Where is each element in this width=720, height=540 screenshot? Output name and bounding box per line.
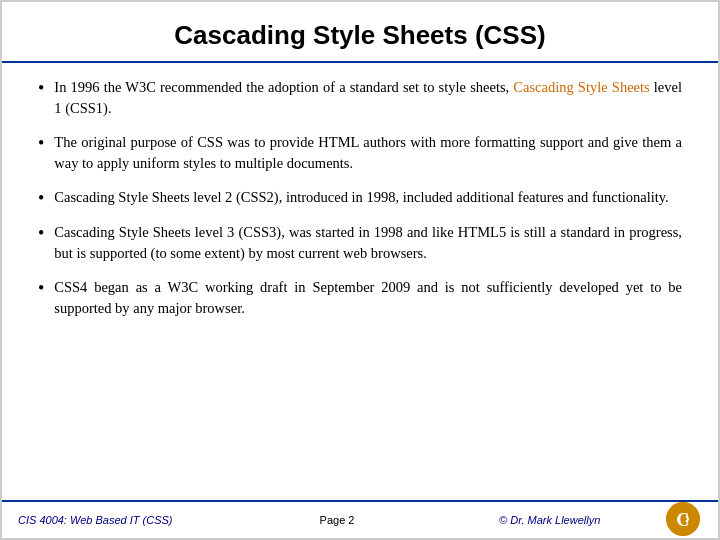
highlight-text: Cascading Style Sheets (513, 79, 649, 95)
footer-left-text: CIS 4004: Web Based IT (CSS) (18, 514, 231, 526)
bullet-text-2: The original purpose of CSS was to provi… (54, 132, 682, 174)
footer-logo: C (666, 502, 702, 538)
list-item: • CSS4 began as a W3C working draft in S… (38, 277, 682, 319)
bullet-text-3: Cascading Style Sheets level 2 (CSS2), i… (54, 187, 668, 208)
bullet-icon: • (38, 133, 44, 154)
bullet-text-5: CSS4 began as a W3C working draft in Sep… (54, 277, 682, 319)
slide: Cascading Style Sheets (CSS) • In 1996 t… (0, 0, 720, 540)
bullet-icon: • (38, 78, 44, 99)
bullet-text-4: Cascading Style Sheets level 3 (CSS3), w… (54, 222, 682, 264)
footer-right-text: © Dr. Mark Llewellyn (443, 514, 656, 526)
slide-footer: CIS 4004: Web Based IT (CSS) Page 2 © Dr… (2, 500, 718, 538)
logo-svg: C (666, 502, 700, 536)
footer-center-text: Page 2 (231, 514, 444, 526)
slide-header: Cascading Style Sheets (CSS) (2, 2, 718, 63)
slide-title: Cascading Style Sheets (CSS) (32, 20, 688, 51)
bullet-text-1: In 1996 the W3C recommended the adoption… (54, 77, 682, 119)
bullet-icon: • (38, 278, 44, 299)
list-item: • Cascading Style Sheets level 3 (CSS3),… (38, 222, 682, 264)
logo-circle: C (666, 502, 700, 536)
list-item: • The original purpose of CSS was to pro… (38, 132, 682, 174)
bullet-icon: • (38, 223, 44, 244)
list-item: • Cascading Style Sheets level 2 (CSS2),… (38, 187, 682, 209)
list-item: • In 1996 the W3C recommended the adopti… (38, 77, 682, 119)
bullet-icon: • (38, 188, 44, 209)
slide-content: • In 1996 the W3C recommended the adopti… (2, 63, 718, 500)
